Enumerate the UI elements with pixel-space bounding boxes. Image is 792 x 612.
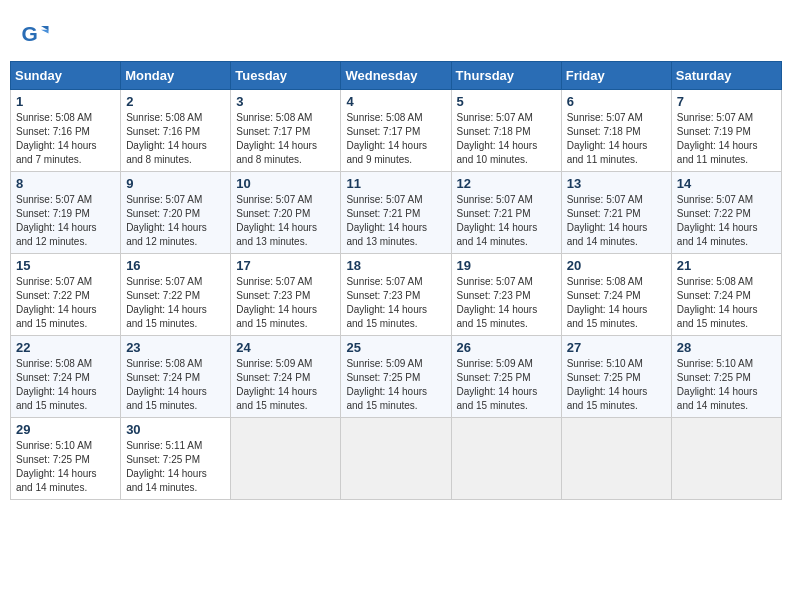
logo: G — [20, 20, 54, 50]
day-info: Sunrise: 5:08 AM Sunset: 7:24 PM Dayligh… — [126, 357, 225, 413]
calendar-week-4: 22 Sunrise: 5:08 AM Sunset: 7:24 PM Dayl… — [11, 336, 782, 418]
weekday-monday: Monday — [121, 62, 231, 90]
calendar-cell: 3 Sunrise: 5:08 AM Sunset: 7:17 PM Dayli… — [231, 90, 341, 172]
calendar-week-5: 29 Sunrise: 5:10 AM Sunset: 7:25 PM Dayl… — [11, 418, 782, 500]
calendar-cell — [451, 418, 561, 500]
day-number: 24 — [236, 340, 335, 355]
calendar-cell — [671, 418, 781, 500]
calendar-week-1: 1 Sunrise: 5:08 AM Sunset: 7:16 PM Dayli… — [11, 90, 782, 172]
day-number: 13 — [567, 176, 666, 191]
day-number: 29 — [16, 422, 115, 437]
calendar-cell: 13 Sunrise: 5:07 AM Sunset: 7:21 PM Dayl… — [561, 172, 671, 254]
day-number: 7 — [677, 94, 776, 109]
calendar-cell: 11 Sunrise: 5:07 AM Sunset: 7:21 PM Dayl… — [341, 172, 451, 254]
calendar-cell: 16 Sunrise: 5:07 AM Sunset: 7:22 PM Dayl… — [121, 254, 231, 336]
calendar-cell: 4 Sunrise: 5:08 AM Sunset: 7:17 PM Dayli… — [341, 90, 451, 172]
day-info: Sunrise: 5:08 AM Sunset: 7:24 PM Dayligh… — [16, 357, 115, 413]
calendar-cell: 30 Sunrise: 5:11 AM Sunset: 7:25 PM Dayl… — [121, 418, 231, 500]
day-info: Sunrise: 5:09 AM Sunset: 7:24 PM Dayligh… — [236, 357, 335, 413]
calendar-cell: 22 Sunrise: 5:08 AM Sunset: 7:24 PM Dayl… — [11, 336, 121, 418]
day-number: 30 — [126, 422, 225, 437]
calendar-cell: 23 Sunrise: 5:08 AM Sunset: 7:24 PM Dayl… — [121, 336, 231, 418]
calendar-cell: 8 Sunrise: 5:07 AM Sunset: 7:19 PM Dayli… — [11, 172, 121, 254]
day-info: Sunrise: 5:10 AM Sunset: 7:25 PM Dayligh… — [567, 357, 666, 413]
day-info: Sunrise: 5:07 AM Sunset: 7:20 PM Dayligh… — [236, 193, 335, 249]
day-info: Sunrise: 5:08 AM Sunset: 7:16 PM Dayligh… — [16, 111, 115, 167]
day-number: 22 — [16, 340, 115, 355]
calendar-cell: 6 Sunrise: 5:07 AM Sunset: 7:18 PM Dayli… — [561, 90, 671, 172]
svg-text:G: G — [22, 22, 38, 45]
logo-icon: G — [20, 20, 50, 50]
calendar-body: 1 Sunrise: 5:08 AM Sunset: 7:16 PM Dayli… — [11, 90, 782, 500]
day-info: Sunrise: 5:09 AM Sunset: 7:25 PM Dayligh… — [457, 357, 556, 413]
calendar-cell: 15 Sunrise: 5:07 AM Sunset: 7:22 PM Dayl… — [11, 254, 121, 336]
day-info: Sunrise: 5:11 AM Sunset: 7:25 PM Dayligh… — [126, 439, 225, 495]
calendar-cell: 10 Sunrise: 5:07 AM Sunset: 7:20 PM Dayl… — [231, 172, 341, 254]
day-info: Sunrise: 5:07 AM Sunset: 7:22 PM Dayligh… — [126, 275, 225, 331]
day-info: Sunrise: 5:08 AM Sunset: 7:24 PM Dayligh… — [567, 275, 666, 331]
day-info: Sunrise: 5:07 AM Sunset: 7:19 PM Dayligh… — [677, 111, 776, 167]
day-number: 26 — [457, 340, 556, 355]
calendar-cell: 7 Sunrise: 5:07 AM Sunset: 7:19 PM Dayli… — [671, 90, 781, 172]
day-info: Sunrise: 5:07 AM Sunset: 7:21 PM Dayligh… — [567, 193, 666, 249]
calendar-cell: 27 Sunrise: 5:10 AM Sunset: 7:25 PM Dayl… — [561, 336, 671, 418]
day-number: 5 — [457, 94, 556, 109]
calendar-cell: 2 Sunrise: 5:08 AM Sunset: 7:16 PM Dayli… — [121, 90, 231, 172]
weekday-tuesday: Tuesday — [231, 62, 341, 90]
day-number: 16 — [126, 258, 225, 273]
day-number: 19 — [457, 258, 556, 273]
calendar-cell: 26 Sunrise: 5:09 AM Sunset: 7:25 PM Dayl… — [451, 336, 561, 418]
day-number: 9 — [126, 176, 225, 191]
day-info: Sunrise: 5:07 AM Sunset: 7:18 PM Dayligh… — [457, 111, 556, 167]
day-info: Sunrise: 5:08 AM Sunset: 7:17 PM Dayligh… — [236, 111, 335, 167]
calendar-cell: 24 Sunrise: 5:09 AM Sunset: 7:24 PM Dayl… — [231, 336, 341, 418]
day-info: Sunrise: 5:07 AM Sunset: 7:20 PM Dayligh… — [126, 193, 225, 249]
calendar-cell — [341, 418, 451, 500]
page-header: G — [10, 10, 782, 55]
day-number: 25 — [346, 340, 445, 355]
day-number: 23 — [126, 340, 225, 355]
calendar-week-3: 15 Sunrise: 5:07 AM Sunset: 7:22 PM Dayl… — [11, 254, 782, 336]
weekday-header-row: SundayMondayTuesdayWednesdayThursdayFrid… — [11, 62, 782, 90]
calendar-cell: 25 Sunrise: 5:09 AM Sunset: 7:25 PM Dayl… — [341, 336, 451, 418]
day-info: Sunrise: 5:10 AM Sunset: 7:25 PM Dayligh… — [16, 439, 115, 495]
calendar-cell — [561, 418, 671, 500]
calendar-cell: 29 Sunrise: 5:10 AM Sunset: 7:25 PM Dayl… — [11, 418, 121, 500]
day-info: Sunrise: 5:07 AM Sunset: 7:23 PM Dayligh… — [236, 275, 335, 331]
calendar-cell: 19 Sunrise: 5:07 AM Sunset: 7:23 PM Dayl… — [451, 254, 561, 336]
day-number: 8 — [16, 176, 115, 191]
day-number: 27 — [567, 340, 666, 355]
day-number: 21 — [677, 258, 776, 273]
day-number: 17 — [236, 258, 335, 273]
svg-marker-2 — [41, 30, 49, 34]
day-number: 14 — [677, 176, 776, 191]
weekday-friday: Friday — [561, 62, 671, 90]
calendar-cell: 12 Sunrise: 5:07 AM Sunset: 7:21 PM Dayl… — [451, 172, 561, 254]
day-number: 2 — [126, 94, 225, 109]
day-number: 20 — [567, 258, 666, 273]
day-info: Sunrise: 5:08 AM Sunset: 7:16 PM Dayligh… — [126, 111, 225, 167]
day-number: 15 — [16, 258, 115, 273]
calendar-cell: 21 Sunrise: 5:08 AM Sunset: 7:24 PM Dayl… — [671, 254, 781, 336]
calendar-cell: 20 Sunrise: 5:08 AM Sunset: 7:24 PM Dayl… — [561, 254, 671, 336]
day-info: Sunrise: 5:07 AM Sunset: 7:23 PM Dayligh… — [457, 275, 556, 331]
day-info: Sunrise: 5:09 AM Sunset: 7:25 PM Dayligh… — [346, 357, 445, 413]
calendar-week-2: 8 Sunrise: 5:07 AM Sunset: 7:19 PM Dayli… — [11, 172, 782, 254]
weekday-sunday: Sunday — [11, 62, 121, 90]
calendar-table: SundayMondayTuesdayWednesdayThursdayFrid… — [10, 61, 782, 500]
day-number: 28 — [677, 340, 776, 355]
weekday-saturday: Saturday — [671, 62, 781, 90]
day-info: Sunrise: 5:07 AM Sunset: 7:21 PM Dayligh… — [457, 193, 556, 249]
day-info: Sunrise: 5:07 AM Sunset: 7:18 PM Dayligh… — [567, 111, 666, 167]
calendar-cell: 5 Sunrise: 5:07 AM Sunset: 7:18 PM Dayli… — [451, 90, 561, 172]
day-number: 4 — [346, 94, 445, 109]
calendar-cell: 14 Sunrise: 5:07 AM Sunset: 7:22 PM Dayl… — [671, 172, 781, 254]
weekday-wednesday: Wednesday — [341, 62, 451, 90]
day-info: Sunrise: 5:07 AM Sunset: 7:23 PM Dayligh… — [346, 275, 445, 331]
day-info: Sunrise: 5:08 AM Sunset: 7:24 PM Dayligh… — [677, 275, 776, 331]
calendar-cell: 9 Sunrise: 5:07 AM Sunset: 7:20 PM Dayli… — [121, 172, 231, 254]
day-number: 1 — [16, 94, 115, 109]
calendar-cell: 1 Sunrise: 5:08 AM Sunset: 7:16 PM Dayli… — [11, 90, 121, 172]
day-info: Sunrise: 5:07 AM Sunset: 7:22 PM Dayligh… — [677, 193, 776, 249]
weekday-thursday: Thursday — [451, 62, 561, 90]
